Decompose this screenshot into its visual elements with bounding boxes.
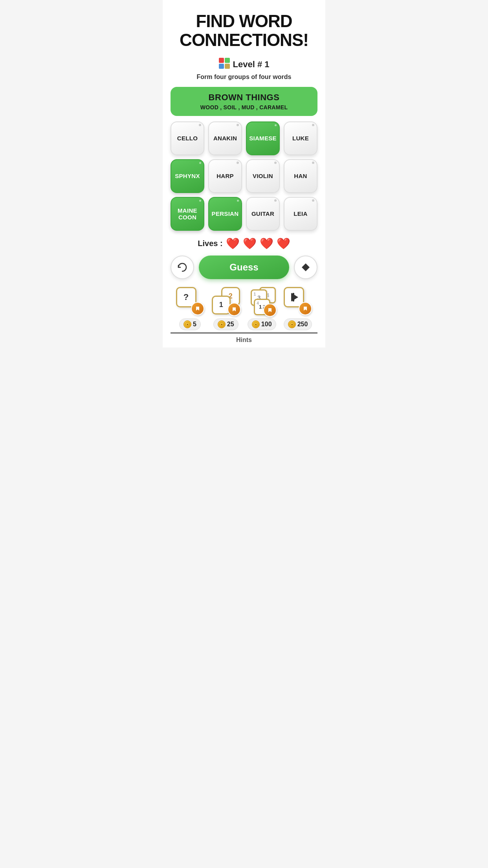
hint-cost-label-1: 5 — [193, 321, 196, 328]
heart-3: ❤️ — [260, 237, 273, 250]
level-row: Level # 1 — [219, 58, 270, 71]
word-tile-0[interactable]: CELLO — [171, 121, 204, 155]
word-tile-2[interactable]: SIAMESE — [246, 121, 280, 155]
hint-play-icon-wrap — [284, 287, 312, 315]
hint-cost-label-2: 25 — [227, 321, 234, 328]
subtitle: Form four groups of four words — [197, 74, 292, 81]
found-group-words: WOOD , SOIL , MUD , CARAMEL — [178, 104, 310, 110]
hint-coin-4: ★ — [288, 320, 296, 328]
hints-footer: Hints — [236, 337, 252, 344]
page-title: FIND WORD CONNECTIONS! — [171, 12, 317, 50]
word-tile-11[interactable]: LEIA — [284, 197, 317, 231]
hint-cost-label-4: 250 — [297, 321, 308, 328]
svg-text:★: ★ — [186, 323, 189, 326]
hint-triple[interactable]: 4 1 3 4 12 — [248, 287, 276, 330]
word-tile-5[interactable]: HARP — [208, 159, 242, 193]
play-bar — [292, 293, 294, 302]
svg-marker-4 — [302, 263, 310, 271]
hint-question-icon-wrap: ? — [176, 287, 204, 315]
word-tile-8[interactable]: MAINE COON — [171, 197, 204, 231]
erase-button[interactable] — [294, 256, 317, 279]
svg-rect-3 — [225, 64, 230, 69]
hint-coin-1: ★ — [183, 320, 191, 328]
word-tile-4[interactable]: SPHYNX — [171, 159, 204, 193]
hint-coin-3: ★ — [252, 320, 260, 328]
hints-row: ? ★ 5 2 1 — [171, 287, 317, 330]
hint-play[interactable]: ★ 250 — [284, 287, 312, 330]
hint-pair-badge — [227, 303, 241, 316]
lives-label: Lives : — [198, 239, 222, 248]
word-tile-10[interactable]: GUITAR — [246, 197, 280, 231]
word-tile-6[interactable]: VIOLIN — [246, 159, 280, 193]
hint-question-badge — [191, 302, 204, 315]
controls-row: Guess — [171, 256, 317, 279]
word-grid: CELLOANAKINSIAMESELUKESPHYNXHARPVIOLINHA… — [171, 121, 317, 231]
svg-rect-0 — [219, 58, 224, 63]
svg-text:★: ★ — [291, 323, 294, 326]
svg-marker-11 — [268, 308, 272, 312]
svg-marker-14 — [304, 307, 307, 311]
svg-rect-2 — [219, 64, 224, 69]
word-tile-3[interactable]: LUKE — [284, 121, 317, 155]
guess-button[interactable]: Guess — [199, 256, 289, 279]
svg-marker-8 — [233, 307, 236, 311]
svg-text:★: ★ — [255, 323, 257, 326]
hint-triple-cost: ★ 100 — [248, 318, 276, 330]
divider — [171, 333, 317, 333]
hint-play-badge — [299, 302, 312, 315]
level-icon — [219, 58, 230, 71]
found-group-banner: BROWN THINGS WOOD , SOIL , MUD , CARAMEL — [171, 87, 317, 116]
hint-play-cost: ★ 250 — [284, 318, 312, 330]
hint-pair-icon-wrap: 2 1 — [212, 287, 240, 315]
svg-text:★: ★ — [220, 323, 223, 326]
found-group-title: BROWN THINGS — [178, 92, 310, 103]
hint-coin-2: ★ — [218, 320, 226, 328]
level-text: Level # 1 — [233, 59, 270, 70]
svg-rect-1 — [225, 58, 230, 63]
heart-4: ❤️ — [277, 237, 290, 250]
word-tile-1[interactable]: ANAKIN — [208, 121, 242, 155]
hint-pair-cost: ★ 25 — [213, 318, 238, 330]
game-screen: FIND WORD CONNECTIONS! Level # 1 Form fo… — [163, 0, 325, 348]
shuffle-button[interactable] — [171, 256, 194, 279]
hint-question-cost: ★ 5 — [179, 318, 201, 330]
hint-triple-icon-wrap: 4 1 3 4 12 — [248, 287, 276, 315]
hint-pair[interactable]: 2 1 ★ 25 — [212, 287, 240, 330]
lives-row: Lives : ❤️ ❤️ ❤️ ❤️ — [198, 237, 290, 250]
hint-triple-badge — [263, 303, 277, 317]
word-tile-7[interactable]: HAN — [284, 159, 317, 193]
heart-2: ❤️ — [243, 237, 257, 250]
heart-1: ❤️ — [226, 237, 240, 250]
hint-question[interactable]: ? ★ 5 — [176, 287, 204, 330]
word-tile-9[interactable]: PERSIAN — [208, 197, 242, 231]
hint-cost-label-3: 100 — [261, 321, 272, 328]
svg-marker-5 — [196, 307, 199, 311]
